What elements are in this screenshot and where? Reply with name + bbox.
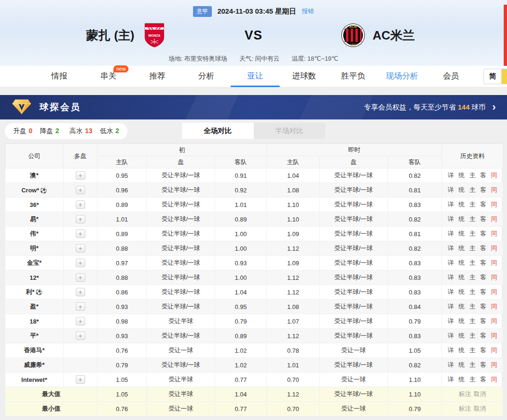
bookmaker-name[interactable]: 利* bbox=[26, 288, 34, 295]
history-away-link[interactable]: 客 bbox=[480, 215, 486, 222]
expand-multi-odds-button[interactable]: + bbox=[76, 302, 85, 311]
bookmaker-name[interactable]: 易* bbox=[30, 215, 39, 222]
history-same-link[interactable]: 同 bbox=[491, 274, 497, 281]
history-same-link[interactable]: 同 bbox=[491, 215, 497, 222]
tab-fenxi[interactable]: 分析 bbox=[182, 66, 231, 87]
history-away-link[interactable]: 客 bbox=[480, 376, 486, 383]
history-stats-link[interactable]: 统 bbox=[459, 347, 465, 354]
expand-multi-odds-button[interactable]: + bbox=[76, 186, 85, 194]
history-same-link[interactable]: 同 bbox=[491, 347, 497, 354]
history-stats-link[interactable]: 统 bbox=[459, 376, 465, 383]
history-home-link[interactable]: 主 bbox=[469, 361, 475, 368]
history-stats-link[interactable]: 统 bbox=[459, 172, 465, 179]
bookmaker-name[interactable]: 盈* bbox=[30, 303, 39, 310]
history-detail-link[interactable]: 详 bbox=[448, 172, 454, 179]
history-stats-link[interactable]: 统 bbox=[459, 332, 465, 339]
bookmaker-name[interactable]: 伟* bbox=[30, 230, 39, 237]
history-away-link[interactable]: 客 bbox=[480, 361, 486, 368]
bookmaker-name[interactable]: 平* bbox=[30, 332, 39, 339]
lang-simplified-button[interactable]: 简 bbox=[484, 69, 501, 84]
expand-multi-odds-button[interactable]: + bbox=[76, 273, 85, 282]
expand-multi-odds-button[interactable]: + bbox=[76, 375, 85, 384]
history-home-link[interactable]: 主 bbox=[469, 186, 475, 193]
history-away-link[interactable]: 客 bbox=[480, 201, 486, 208]
history-detail-link[interactable]: 详 bbox=[448, 288, 454, 295]
tab-chuanguan[interactable]: 串关new bbox=[84, 66, 133, 87]
expand-multi-odds-button[interactable]: + bbox=[76, 230, 85, 238]
history-away-link[interactable]: 客 bbox=[480, 172, 486, 179]
history-away-link[interactable]: 客 bbox=[480, 303, 486, 310]
history-detail-link[interactable]: 详 bbox=[448, 215, 454, 222]
expand-multi-odds-button[interactable]: + bbox=[76, 200, 85, 209]
history-home-link[interactable]: 主 bbox=[469, 274, 475, 281]
bookmaker-name[interactable]: 香港马* bbox=[24, 347, 45, 354]
toggle-half-match[interactable]: 半场对比 bbox=[254, 123, 325, 139]
tab-xianchang-fenxi[interactable]: 现场分析 bbox=[378, 66, 427, 87]
history-same-link[interactable]: 同 bbox=[491, 201, 497, 208]
history-same-link[interactable]: 同 bbox=[491, 376, 497, 383]
history-detail-link[interactable]: 详 bbox=[448, 259, 454, 266]
history-home-link[interactable]: 主 bbox=[469, 303, 475, 310]
tab-tuijian[interactable]: 推荐 bbox=[133, 66, 182, 87]
expand-multi-odds-button[interactable]: + bbox=[76, 215, 85, 223]
history-detail-link[interactable]: 详 bbox=[448, 361, 454, 368]
history-stats-link[interactable]: 统 bbox=[459, 186, 465, 193]
expand-multi-odds-button[interactable]: + bbox=[76, 259, 85, 267]
history-away-link[interactable]: 客 bbox=[480, 288, 486, 295]
tab-shengpingfu[interactable]: 胜平负 bbox=[329, 66, 378, 87]
history-stats-link[interactable]: 统 bbox=[459, 245, 465, 252]
cancel-link[interactable]: 取消 bbox=[474, 405, 486, 412]
history-home-link[interactable]: 主 bbox=[469, 201, 475, 208]
history-away-link[interactable]: 客 bbox=[480, 347, 486, 354]
history-home-link[interactable]: 主 bbox=[469, 245, 475, 252]
history-detail-link[interactable]: 详 bbox=[448, 317, 454, 325]
history-same-link[interactable]: 同 bbox=[491, 317, 497, 325]
tab-jinqiushu[interactable]: 进球数 bbox=[280, 66, 329, 87]
history-away-link[interactable]: 客 bbox=[480, 317, 486, 325]
history-away-link[interactable]: 客 bbox=[480, 245, 486, 252]
mark-link[interactable]: 标注 bbox=[459, 405, 471, 412]
history-same-link[interactable]: 同 bbox=[491, 361, 497, 368]
bookmaker-name[interactable]: Interwet* bbox=[21, 376, 47, 383]
history-detail-link[interactable]: 详 bbox=[448, 303, 454, 310]
history-away-link[interactable]: 客 bbox=[480, 186, 486, 193]
history-same-link[interactable]: 同 bbox=[491, 303, 497, 310]
tab-huiyuan[interactable]: 会员 bbox=[427, 66, 475, 87]
history-stats-link[interactable]: 统 bbox=[459, 317, 465, 325]
cancel-link[interactable]: 取消 bbox=[474, 390, 486, 397]
bookmaker-name[interactable]: 明* bbox=[30, 245, 39, 252]
history-detail-link[interactable]: 详 bbox=[448, 347, 454, 354]
history-away-link[interactable]: 客 bbox=[480, 274, 486, 281]
history-detail-link[interactable]: 详 bbox=[448, 274, 454, 281]
history-same-link[interactable]: 同 bbox=[491, 332, 497, 339]
history-detail-link[interactable]: 详 bbox=[448, 186, 454, 193]
history-home-link[interactable]: 主 bbox=[469, 317, 475, 325]
expand-multi-odds-button[interactable]: + bbox=[76, 332, 85, 340]
bookmaker-name[interactable]: 澳* bbox=[30, 172, 39, 179]
expand-multi-odds-button[interactable]: + bbox=[76, 244, 85, 253]
history-home-link[interactable]: 主 bbox=[469, 259, 475, 266]
toggle-full-match[interactable]: 全场对比 bbox=[182, 123, 254, 139]
bookmaker-name[interactable]: 18* bbox=[30, 318, 39, 325]
tab-yarang-active[interactable]: 亚让 bbox=[231, 66, 280, 87]
history-away-link[interactable]: 客 bbox=[480, 259, 486, 266]
mark-link[interactable]: 标注 bbox=[459, 390, 471, 397]
history-same-link[interactable]: 同 bbox=[491, 172, 497, 179]
report-error-link[interactable]: 报错 bbox=[302, 7, 314, 16]
history-home-link[interactable]: 主 bbox=[469, 332, 475, 339]
tab-qingbao[interactable]: 情报 bbox=[35, 66, 84, 87]
history-stats-link[interactable]: 统 bbox=[459, 259, 465, 266]
history-home-link[interactable]: 主 bbox=[469, 376, 475, 383]
lang-traditional-button[interactable]: 繁 bbox=[501, 69, 507, 84]
history-stats-link[interactable]: 统 bbox=[459, 274, 465, 281]
bookmaker-name[interactable]: 金宝* bbox=[27, 259, 41, 266]
history-home-link[interactable]: 主 bbox=[469, 172, 475, 179]
history-away-link[interactable]: 客 bbox=[480, 332, 486, 339]
history-stats-link[interactable]: 统 bbox=[459, 230, 465, 237]
history-same-link[interactable]: 同 bbox=[491, 245, 497, 252]
history-same-link[interactable]: 同 bbox=[491, 230, 497, 237]
history-stats-link[interactable]: 统 bbox=[459, 361, 465, 368]
history-detail-link[interactable]: 详 bbox=[448, 201, 454, 208]
history-detail-link[interactable]: 详 bbox=[448, 332, 454, 339]
chevron-right-icon[interactable]: › bbox=[492, 102, 496, 112]
